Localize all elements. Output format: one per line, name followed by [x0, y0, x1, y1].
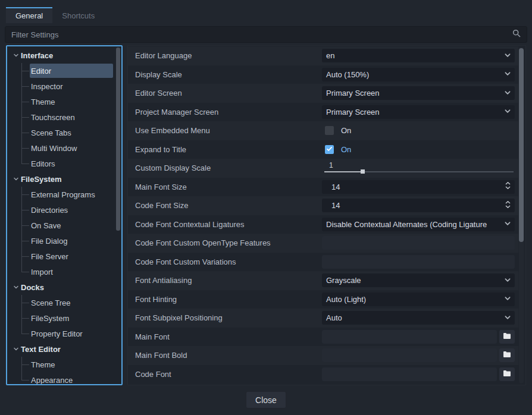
settings-section-tree: InterfaceEditorInspectorThemeTouchscreen… [6, 45, 123, 385]
setting-label: Code Font Custom OpenType Features [128, 238, 271, 247]
folder-icon [503, 351, 511, 360]
chevron-down-icon [504, 275, 515, 286]
filter-placeholder: Filter Settings [11, 30, 512, 39]
code-font-custom-opentype-features-input[interactable] [322, 236, 515, 250]
setting-label: Expand to Title [128, 145, 186, 154]
setting-label: Use Embedded Menu [128, 126, 210, 135]
tree-item-theme[interactable]: Theme [7, 357, 115, 372]
main-font-browse-button[interactable] [499, 330, 515, 344]
main-font-bold-browse-button[interactable] [499, 348, 515, 362]
setting-row: Font HintingAuto (Light) [128, 290, 518, 309]
setting-label: Editor Screen [128, 89, 182, 98]
filter-settings-input[interactable]: Filter Settings [5, 26, 527, 43]
chevron-down-icon[interactable] [13, 176, 19, 182]
code-font-contextual-ligatures-dropdown[interactable]: Disable Contextual Alternates (Coding Li… [322, 218, 515, 231]
setting-row: Editor Languageen [128, 46, 518, 65]
tab-shortcuts[interactable]: Shortcuts [52, 7, 104, 23]
tree-item-appearance[interactable]: Appearance [7, 372, 115, 385]
tree-section-text-editor[interactable]: Text Editor [7, 341, 115, 357]
chevron-down-icon [504, 51, 515, 61]
chevron-down-icon [504, 294, 515, 304]
check-icon [326, 144, 333, 155]
tree-item-file-dialog[interactable]: File Dialog [7, 233, 115, 249]
spin-updown-icon[interactable] [505, 181, 515, 192]
setting-row: Font AntialiasingGrayscale [128, 271, 518, 290]
project-manager-screen-dropdown[interactable]: Primary Screen [322, 105, 515, 119]
tree-item-property-editor[interactable]: Property Editor [7, 326, 115, 341]
setting-row: Main Font [128, 328, 518, 347]
setting-row: Editor ScreenPrimary Screen [128, 84, 518, 103]
search-icon[interactable] [512, 29, 521, 40]
tree-item-inspector[interactable]: Inspector [7, 78, 115, 94]
slider-grabber[interactable] [361, 169, 365, 174]
sidebar-scrollbar[interactable] [116, 48, 120, 231]
setting-row: Main Font Bold [128, 346, 518, 365]
tree-item-filesystem[interactable]: FileSystem [7, 310, 115, 326]
setting-row: Custom Display Scale1 [128, 159, 518, 178]
setting-row: Code Font Contextual LigaturesDisable Co… [128, 215, 518, 234]
setting-row: Project Manager ScreenPrimary Screen [128, 103, 518, 122]
setting-label: Custom Display Scale [128, 164, 211, 172]
font-hinting-dropdown[interactable]: Auto (Light) [322, 293, 515, 306]
chevron-down-icon [504, 106, 515, 117]
chevron-down-icon [504, 88, 515, 99]
main-font-input[interactable] [322, 330, 497, 344]
tree-section-filesystem[interactable]: FileSystem [7, 171, 115, 187]
setting-label: Project Manager Screen [128, 108, 218, 117]
font-subpixel-positioning-dropdown[interactable]: Auto [322, 311, 515, 325]
code-font-size-spinbox[interactable]: 14 [322, 199, 515, 212]
chevron-down-icon [504, 313, 515, 323]
setting-label: Main Font Size [128, 183, 187, 191]
setting-label: Font Subpixel Positioning [128, 313, 223, 322]
setting-label: Font Hinting [128, 295, 177, 304]
setting-label: Font Antialiasing [128, 276, 192, 285]
settings-panel: Editor LanguageenDisplay ScaleAuto (150%… [127, 45, 526, 385]
setting-row: Expand to TitleOn [128, 140, 518, 159]
tree-section-interface[interactable]: Interface [7, 48, 115, 63]
tree-item-multi-window[interactable]: Multi Window [7, 140, 115, 156]
tree-section-docks[interactable]: Docks [7, 279, 115, 295]
setting-row: Code Font Custom Variations [128, 253, 518, 272]
setting-label: Main Font Bold [128, 351, 187, 360]
custom-display-scale-slider[interactable]: 1 [322, 161, 515, 175]
main-font-bold-input[interactable] [322, 348, 497, 362]
font-antialiasing-dropdown[interactable]: Grayscale [322, 273, 515, 287]
tree-item-editors[interactable]: Editors [7, 156, 115, 171]
tree-item-import[interactable]: Import [7, 264, 115, 279]
tree-item-external-programs[interactable]: External Programs [7, 187, 115, 202]
code-font-browse-button[interactable] [499, 367, 515, 381]
tab-general[interactable]: General [6, 7, 52, 23]
code-font-input[interactable] [322, 367, 497, 381]
chevron-down-icon[interactable] [13, 284, 19, 290]
tree-item-file-server[interactable]: File Server [7, 249, 115, 264]
tree-item-scene-tree[interactable]: Scene Tree [7, 295, 115, 310]
dialog-footer: Close [0, 391, 532, 409]
tree-item-on-save[interactable]: On Save [7, 218, 115, 233]
editor-language-dropdown[interactable]: en [322, 49, 515, 62]
spin-updown-icon[interactable] [505, 200, 515, 211]
tree-item-directories[interactable]: Directories [7, 202, 115, 218]
settings-scrollbar[interactable] [519, 48, 524, 242]
folder-icon [503, 370, 511, 379]
tree-item-theme[interactable]: Theme [7, 94, 115, 109]
code-font-custom-variations-input[interactable] [322, 255, 515, 269]
setting-label: Code Font Contextual Ligatures [128, 220, 245, 229]
expand-to-title-checkbox[interactable] [325, 145, 334, 154]
setting-label: Main Font [128, 332, 170, 341]
tree-item-scene-tabs[interactable]: Scene Tabs [7, 125, 115, 140]
editor-screen-dropdown[interactable]: Primary Screen [322, 86, 515, 100]
main-font-size-spinbox[interactable]: 14 [322, 180, 515, 194]
setting-row: Main Font Size14 [128, 178, 518, 197]
display-scale-dropdown[interactable]: Auto (150%) [322, 68, 515, 81]
tree-item-editor[interactable]: Editor [7, 63, 115, 78]
chevron-down-icon[interactable] [13, 52, 19, 58]
use-embedded-menu-checkbox[interactable] [325, 126, 334, 135]
chevron-down-icon[interactable] [13, 346, 19, 352]
close-button[interactable]: Close [246, 391, 286, 408]
chevron-down-icon [504, 219, 515, 229]
tree-item-touchscreen[interactable]: Touchscreen [7, 109, 115, 125]
chevron-down-icon [504, 69, 515, 80]
setting-row: Code Font [128, 365, 518, 384]
settings-tabbar: General Shortcuts [6, 7, 104, 23]
setting-row: Use Embedded MenuOn [128, 121, 518, 140]
